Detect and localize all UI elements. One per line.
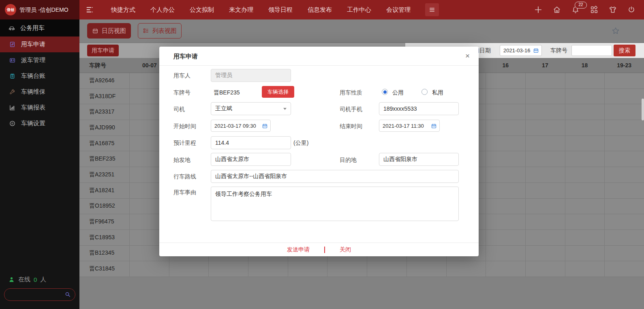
hour-cell[interactable] bbox=[565, 151, 605, 167]
hour-cell[interactable] bbox=[486, 73, 526, 88]
hour-cell[interactable] bbox=[605, 73, 644, 88]
send-application-button[interactable]: 发送申请 bbox=[287, 246, 310, 253]
hour-cell[interactable] bbox=[605, 230, 644, 245]
hour-cell[interactable] bbox=[486, 246, 526, 261]
hour-cell[interactable] bbox=[367, 261, 407, 277]
close-icon[interactable]: × bbox=[465, 52, 470, 60]
hour-cell[interactable] bbox=[565, 230, 605, 245]
hour-cell[interactable] bbox=[526, 261, 565, 277]
hour-cell[interactable] bbox=[486, 136, 526, 151]
calendar-view-button[interactable]: 日历视图 bbox=[87, 23, 131, 39]
hour-cell[interactable] bbox=[605, 183, 644, 198]
apps-grid-button[interactable] bbox=[590, 5, 599, 14]
vehicle-apply-button[interactable]: 用车申请 bbox=[87, 45, 119, 56]
menu-collapse-icon[interactable] bbox=[85, 5, 95, 15]
sidebar-item-vehicle-ledger[interactable]: 车辆台账 bbox=[0, 68, 79, 84]
hour-cell[interactable] bbox=[565, 73, 605, 88]
logout-button[interactable] bbox=[627, 5, 636, 14]
nav-item-meeting-mgmt[interactable]: 会议管理 bbox=[386, 6, 411, 14]
hour-cell[interactable] bbox=[486, 183, 526, 198]
vehicle-select-button[interactable]: 车辆选择 bbox=[262, 86, 294, 98]
radio-private-label[interactable]: 私用 bbox=[432, 89, 443, 97]
hour-cell[interactable] bbox=[526, 104, 565, 120]
sidebar-section-vehicle[interactable]: 公务用车 bbox=[0, 19, 79, 36]
origin-input[interactable] bbox=[211, 153, 291, 166]
hour-cell[interactable] bbox=[486, 151, 526, 167]
nav-item-info-publish[interactable]: 信息发布 bbox=[308, 6, 332, 14]
hour-cell[interactable] bbox=[605, 104, 644, 120]
sidebar-item-vehicle-settings[interactable]: 车辆设置 bbox=[0, 116, 79, 131]
sidebar-item-vehicle-apply[interactable]: 用车申请 bbox=[0, 36, 79, 52]
nav-item-shortcuts[interactable]: 快捷方式 bbox=[111, 6, 135, 14]
list-view-button[interactable]: 列表视图 bbox=[138, 23, 182, 39]
notifications-button[interactable]: 22 bbox=[571, 5, 580, 14]
nav-item-work-center[interactable]: 工作中心 bbox=[347, 6, 371, 14]
home-button[interactable] bbox=[552, 5, 561, 14]
hour-cell[interactable] bbox=[447, 261, 486, 277]
hour-cell[interactable] bbox=[486, 261, 526, 277]
hour-cell[interactable] bbox=[526, 199, 565, 214]
route-input[interactable] bbox=[211, 170, 459, 183]
radio-public[interactable] bbox=[382, 89, 388, 95]
hour-cell[interactable] bbox=[526, 246, 565, 261]
sidebar-item-vehicle-reports[interactable]: 车辆报表 bbox=[0, 100, 79, 116]
hour-cell[interactable] bbox=[526, 120, 565, 135]
nav-item-incoming-docs[interactable]: 来文办理 bbox=[229, 6, 253, 14]
hour-cell[interactable] bbox=[605, 214, 644, 230]
hour-cell[interactable] bbox=[327, 261, 367, 277]
sidebar-item-vehicle-maintenance[interactable]: 车辆维保 bbox=[0, 84, 79, 100]
hour-cell[interactable] bbox=[526, 89, 565, 104]
close-button[interactable]: 关闭 bbox=[340, 246, 351, 253]
start-time-picker[interactable]: 2021-03-17 09:30 bbox=[211, 120, 271, 132]
hour-cell[interactable] bbox=[486, 230, 526, 245]
reason-textarea[interactable]: 领导工作考察公务用车 bbox=[211, 187, 459, 221]
hour-cell[interactable] bbox=[486, 199, 526, 214]
hour-cell[interactable] bbox=[526, 230, 565, 245]
sidebar-item-dispatch-mgmt[interactable]: 派车管理 bbox=[0, 52, 79, 68]
hour-cell[interactable] bbox=[605, 151, 644, 167]
hour-cell[interactable] bbox=[565, 120, 605, 135]
hour-cell[interactable] bbox=[169, 261, 209, 277]
radio-private[interactable] bbox=[421, 89, 428, 95]
hour-cell[interactable] bbox=[565, 89, 605, 104]
hour-cell[interactable] bbox=[486, 214, 526, 230]
query-date-picker[interactable]: 2021-03-16 bbox=[500, 45, 542, 56]
hour-cell[interactable] bbox=[605, 167, 644, 182]
hour-cell[interactable] bbox=[130, 261, 169, 277]
hour-cell[interactable] bbox=[526, 151, 565, 167]
user-input[interactable] bbox=[211, 69, 291, 82]
driver-select[interactable]: 王立斌 bbox=[211, 102, 291, 115]
hour-cell[interactable] bbox=[605, 89, 644, 104]
hour-cell[interactable] bbox=[565, 136, 605, 151]
hour-cell[interactable] bbox=[565, 214, 605, 230]
favorite-star-icon[interactable] bbox=[611, 26, 620, 35]
hour-cell[interactable] bbox=[526, 214, 565, 230]
radio-public-label[interactable]: 公用 bbox=[392, 89, 404, 97]
hour-cell[interactable] bbox=[526, 183, 565, 198]
hour-cell[interactable] bbox=[486, 89, 526, 104]
hour-cell[interactable] bbox=[526, 136, 565, 151]
hour-cell[interactable] bbox=[248, 261, 288, 277]
hour-cell[interactable] bbox=[565, 199, 605, 214]
hour-cell[interactable] bbox=[605, 246, 644, 261]
driver-phone-input[interactable] bbox=[379, 102, 459, 115]
hour-cell[interactable] bbox=[605, 136, 644, 151]
scrollbar-thumb[interactable] bbox=[642, 99, 644, 120]
hour-cell[interactable] bbox=[605, 261, 644, 277]
end-time-picker[interactable]: 2021-03-17 11:30 bbox=[379, 120, 440, 132]
hour-cell[interactable] bbox=[288, 261, 328, 277]
hour-cell[interactable] bbox=[605, 120, 644, 135]
hour-cell[interactable] bbox=[526, 73, 565, 88]
more-menu-button[interactable] bbox=[425, 3, 439, 16]
hour-cell[interactable] bbox=[407, 261, 447, 277]
hour-cell[interactable] bbox=[486, 120, 526, 135]
hour-cell[interactable] bbox=[526, 167, 565, 182]
hour-cell[interactable] bbox=[565, 183, 605, 198]
hour-cell[interactable] bbox=[605, 199, 644, 214]
search-button[interactable]: 搜索 bbox=[614, 45, 635, 56]
hour-cell[interactable] bbox=[209, 261, 248, 277]
add-button[interactable] bbox=[534, 5, 543, 14]
query-plate-input[interactable] bbox=[571, 45, 612, 56]
nav-item-leader-schedule[interactable]: 领导日程 bbox=[268, 6, 293, 14]
search-icon[interactable] bbox=[64, 291, 71, 298]
